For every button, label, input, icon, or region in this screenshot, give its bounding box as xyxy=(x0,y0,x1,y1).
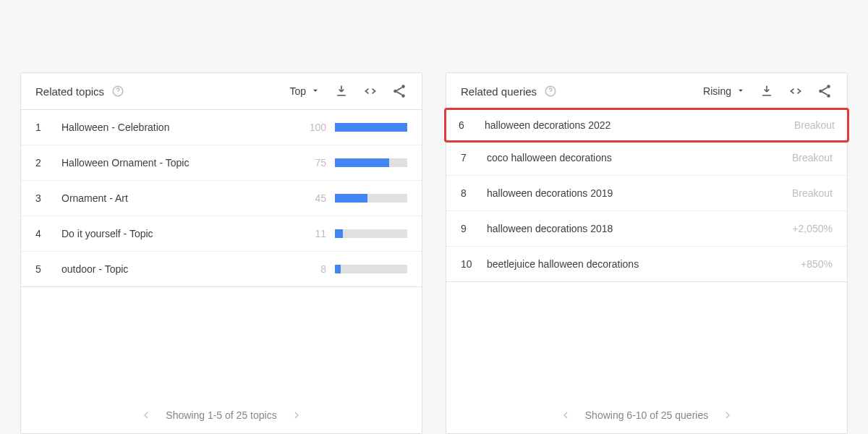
rank: 1 xyxy=(35,122,50,133)
table-row: 6halloween decorations 2022Breakout xyxy=(444,108,849,142)
bar-track xyxy=(335,158,407,167)
related-queries-panel: Related queries Rising 6halloween decora… xyxy=(446,72,848,434)
query-metric: +850% xyxy=(801,258,833,270)
table-row: 5outdoor - Topic8 xyxy=(21,252,422,287)
rank: 3 xyxy=(35,192,50,204)
share-icon[interactable] xyxy=(817,83,833,99)
caret-down-icon xyxy=(736,85,746,98)
queries-rows: 6halloween decorations 2022Breakout7coco… xyxy=(446,110,847,397)
share-icon[interactable] xyxy=(391,83,407,99)
help-icon[interactable] xyxy=(544,85,557,98)
query-link[interactable]: beetlejuice halloween decorations xyxy=(487,258,801,270)
topic-link[interactable]: Halloween - Celebration xyxy=(61,122,305,133)
table-row: 8halloween decorations 2019Breakout xyxy=(446,176,847,211)
help-icon[interactable] xyxy=(111,85,124,98)
topics-sort-label: Top xyxy=(289,85,306,97)
queries-title: Related queries xyxy=(461,85,537,98)
topic-value: 75 xyxy=(305,157,326,169)
prev-page-button[interactable] xyxy=(140,409,153,422)
table-row: 3Ornament - Art45 xyxy=(21,181,422,216)
queries-sort-dropdown[interactable]: Rising xyxy=(703,85,746,98)
bar-fill xyxy=(335,265,341,273)
topics-sort-dropdown[interactable]: Top xyxy=(289,85,320,98)
rank: 7 xyxy=(461,152,475,163)
bar-fill xyxy=(335,229,343,238)
bar-fill xyxy=(335,158,389,167)
bar-track xyxy=(335,229,407,238)
bar-track xyxy=(335,265,407,273)
query-metric: +2,050% xyxy=(792,223,833,234)
topic-link[interactable]: Ornament - Art xyxy=(61,192,305,204)
topics-footer: Showing 1-5 of 25 topics xyxy=(21,397,422,433)
topic-link[interactable]: outdoor - Topic xyxy=(61,263,305,275)
rank: 5 xyxy=(35,263,50,275)
rank: 8 xyxy=(461,187,475,199)
topic-value: 11 xyxy=(305,228,326,239)
embed-icon[interactable] xyxy=(362,83,378,99)
query-link[interactable]: coco halloween decorations xyxy=(487,152,792,163)
queries-footer-text: Showing 6-10 of 25 queries xyxy=(585,409,708,421)
related-topics-panel: Related topics Top 1Halloween - Celebrat… xyxy=(20,72,422,434)
rank: 10 xyxy=(461,258,475,270)
query-metric: Breakout xyxy=(792,187,833,199)
download-icon[interactable] xyxy=(333,83,349,99)
rank: 6 xyxy=(459,119,473,131)
table-row: 2Halloween Ornament - Topic75 xyxy=(21,145,422,181)
table-row: 4Do it yourself - Topic11 xyxy=(21,216,422,252)
svg-point-4 xyxy=(401,94,405,98)
queries-header: Related queries Rising xyxy=(446,73,847,110)
topics-title: Related topics xyxy=(35,85,104,98)
rank: 2 xyxy=(35,157,50,169)
next-page-button[interactable] xyxy=(290,409,303,422)
table-row: 7coco halloween decorationsBreakout xyxy=(446,140,847,176)
topic-value: 8 xyxy=(305,263,326,275)
topic-link[interactable]: Halloween Ornament - Topic xyxy=(61,157,305,169)
topics-footer-text: Showing 1-5 of 25 topics xyxy=(166,409,276,421)
table-row: 1Halloween - Celebration100 xyxy=(21,110,422,145)
queries-sort-label: Rising xyxy=(703,85,731,97)
topics-header: Related topics Top xyxy=(21,73,422,110)
svg-point-1 xyxy=(117,93,118,94)
queries-header-actions: Rising xyxy=(703,83,833,99)
queries-footer: Showing 6-10 of 25 queries xyxy=(446,397,847,433)
bar-fill xyxy=(335,194,367,203)
embed-icon[interactable] xyxy=(788,83,804,99)
bar-fill xyxy=(335,123,407,132)
prev-page-button[interactable] xyxy=(559,409,572,422)
topics-header-actions: Top xyxy=(289,83,407,99)
query-link[interactable]: halloween decorations 2018 xyxy=(487,223,792,234)
rank: 9 xyxy=(461,223,475,234)
svg-point-2 xyxy=(401,85,405,88)
query-link[interactable]: halloween decorations 2019 xyxy=(487,187,792,199)
download-icon[interactable] xyxy=(759,83,775,99)
topic-value: 100 xyxy=(305,122,326,133)
topic-value: 45 xyxy=(305,192,326,204)
query-link[interactable]: halloween decorations 2022 xyxy=(485,119,794,131)
svg-point-7 xyxy=(827,85,830,88)
svg-point-9 xyxy=(827,94,830,98)
bar-track xyxy=(335,123,407,132)
topic-link[interactable]: Do it yourself - Topic xyxy=(61,228,305,239)
table-row: 10beetlejuice halloween decorations+850% xyxy=(446,247,847,282)
query-metric: Breakout xyxy=(792,152,833,163)
topics-rows: 1Halloween - Celebration1002Halloween Or… xyxy=(21,110,422,397)
rank: 4 xyxy=(35,228,50,239)
next-page-button[interactable] xyxy=(721,409,734,422)
bar-track xyxy=(335,194,407,203)
table-row: 9halloween decorations 2018+2,050% xyxy=(446,211,847,247)
svg-point-6 xyxy=(550,93,550,94)
caret-down-icon xyxy=(310,85,320,98)
query-metric: Breakout xyxy=(794,119,835,131)
